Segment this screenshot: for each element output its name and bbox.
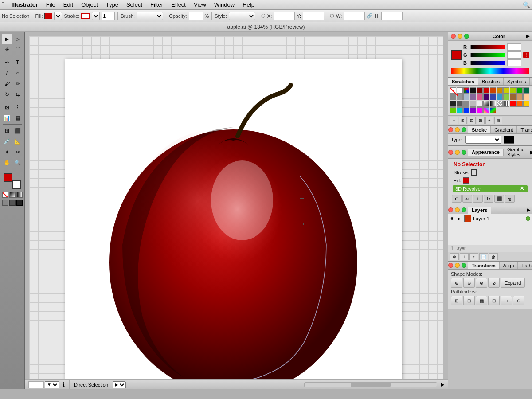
layers-panel-close[interactable] — [448, 207, 453, 212]
swatch-br-green[interactable] — [450, 107, 456, 113]
intersect-btn[interactable]: ⊗ — [476, 278, 487, 288]
exclude-btn[interactable]: ⊘ — [488, 278, 500, 288]
effect-visibility-icon[interactable]: 👁 — [520, 186, 525, 192]
blend-tool[interactable]: ✦ — [2, 147, 12, 157]
g-slider[interactable] — [470, 53, 505, 57]
gradient-tool[interactable]: ⬛ — [12, 125, 23, 136]
brush-dropdown[interactable] — [137, 12, 163, 20]
effect-action-2[interactable]: ↩ — [462, 195, 472, 203]
color-panel-min[interactable] — [458, 34, 462, 39]
swatch-darkred[interactable] — [477, 87, 483, 94]
zoom-control[interactable]: 134% ▼ — [28, 381, 59, 388]
tab-align[interactable]: Align — [500, 262, 518, 269]
tab-appearance[interactable]: Appearance — [468, 149, 504, 156]
swatch-purple[interactable] — [470, 94, 476, 100]
fill-dropdown[interactable] — [54, 12, 62, 20]
swatch-brown[interactable] — [510, 94, 516, 100]
canvas-area[interactable]: 134% ▼ ℹ Direct Selection ▶ ▶ — [25, 32, 448, 389]
tab-swatches[interactable]: Swatches — [448, 78, 478, 85]
make-layer-btn[interactable]: + — [460, 253, 469, 260]
swatch-ltgreen[interactable] — [503, 94, 509, 100]
magic-wand-tool[interactable]: ✳ — [2, 44, 12, 55]
swatch-mid-gray[interactable] — [463, 101, 469, 107]
swatch-add-library[interactable]: ⊞ — [477, 117, 485, 124]
swatch-special1[interactable] — [463, 87, 469, 94]
pen-tool[interactable]: ✒ — [2, 57, 12, 68]
swatch-cyan2[interactable] — [497, 94, 503, 100]
paintbrush-tool[interactable]: 🖌 — [2, 78, 12, 89]
direct-selection-tool[interactable]: ▷ — [12, 34, 23, 44]
color-spectrum[interactable] — [451, 68, 529, 74]
delete-swatch-btn[interactable]: 🗑 — [494, 117, 502, 124]
swatch-white2[interactable] — [477, 101, 483, 107]
swatch-multi2[interactable] — [490, 107, 496, 113]
pf-panel-max[interactable] — [462, 263, 466, 268]
stroke-swatch[interactable] — [81, 13, 90, 19]
tab-stroke[interactable]: Stroke — [468, 126, 491, 133]
layers-panel-min[interactable] — [455, 207, 460, 212]
swatches-panel-menu[interactable]: ▶ — [530, 78, 532, 85]
tool-dropdown[interactable]: ▶ — [113, 381, 126, 388]
lasso-tool[interactable]: ⌒ — [12, 44, 23, 55]
layer-visibility-icon[interactable]: 👁 — [450, 216, 454, 221]
menu-object[interactable]: Object — [78, 1, 102, 8]
x-input[interactable]: 0 px — [274, 12, 295, 20]
color-panel-max[interactable] — [464, 34, 469, 39]
measure-tool[interactable]: 📐 — [12, 136, 23, 147]
scroll-thumb[interactable] — [351, 383, 390, 387]
swatch-list-view[interactable]: ≡ — [450, 117, 458, 124]
new-layer-btn[interactable]: 📄 — [479, 253, 488, 260]
style-dropdown[interactable] — [229, 12, 255, 20]
zoom-tool[interactable]: 🔍 — [12, 157, 23, 168]
stroke-width-input[interactable] — [102, 12, 115, 20]
fill-swatch[interactable] — [44, 13, 52, 19]
rotate-tool[interactable]: ↻ — [2, 89, 12, 100]
swatch-br-red[interactable] — [510, 101, 516, 107]
swatch-br-yellow[interactable] — [523, 101, 529, 107]
r-slider[interactable] — [470, 45, 505, 49]
stroke-panel-min[interactable] — [455, 127, 460, 132]
ellipse-tool[interactable]: ○ — [12, 68, 23, 78]
scroll-right-arrow[interactable]: ▶ — [441, 382, 444, 387]
line-tool[interactable]: / — [2, 68, 12, 78]
fullscreen-mode-btn[interactable] — [16, 200, 23, 206]
g-input[interactable]: 0 — [507, 51, 521, 59]
unite-btn[interactable]: ⊕ — [451, 278, 462, 288]
crop-btn[interactable]: ⊟ — [488, 296, 500, 305]
menu-edit[interactable]: Edit — [60, 1, 77, 8]
swatch-skin[interactable] — [523, 94, 529, 100]
swatch-large-thumb[interactable]: ⊡ — [468, 117, 476, 124]
color-box[interactable] — [9, 192, 16, 198]
tab-transparency[interactable]: Transparency — [517, 126, 532, 133]
menu-filter[interactable]: Filter — [147, 1, 167, 8]
menu-view[interactable]: View — [190, 1, 210, 8]
b-slider[interactable] — [470, 61, 505, 65]
swatch-grey1[interactable] — [450, 94, 456, 100]
layer-1-item[interactable]: 👁 ▶ Layer 1 — [448, 214, 532, 223]
stroke-color-box[interactable] — [12, 180, 21, 189]
swatch-black2[interactable] — [450, 101, 456, 107]
effect-action-3[interactable]: + — [473, 195, 483, 203]
swatch-pattern1[interactable] — [497, 101, 503, 107]
swatch-br-pink[interactable] — [477, 107, 483, 113]
bar-graph-tool[interactable]: ▦ — [12, 113, 23, 123]
swatch-small-thumb[interactable]: ⊞ — [459, 117, 467, 124]
swatch-yellow2[interactable] — [510, 87, 516, 94]
zoom-dropdown[interactable]: ▼ — [45, 381, 59, 388]
type-tool[interactable]: T — [12, 57, 23, 68]
appear-panel-max[interactable] — [462, 150, 466, 155]
menu-help[interactable]: Help — [239, 1, 258, 8]
outline-btn[interactable]: □ — [501, 296, 512, 305]
tab-graphic-styles[interactable]: Graphic Styles — [504, 146, 528, 158]
effect-action-6[interactable]: 🗑 — [505, 195, 515, 203]
b-input[interactable]: 0 — [507, 59, 521, 66]
horizontal-scrollbar[interactable] — [304, 382, 437, 387]
tab-layers[interactable]: Layers — [468, 207, 491, 214]
effect-action-4[interactable]: fx — [484, 195, 493, 203]
swatch-orange[interactable] — [490, 87, 496, 94]
swatch-grad1[interactable] — [483, 101, 489, 107]
expand-button[interactable]: Expand — [501, 278, 525, 288]
artboard[interactable] — [65, 59, 402, 389]
move-layer-btn[interactable]: ↑ — [469, 253, 478, 260]
tab-transform[interactable]: Transform — [468, 262, 500, 269]
